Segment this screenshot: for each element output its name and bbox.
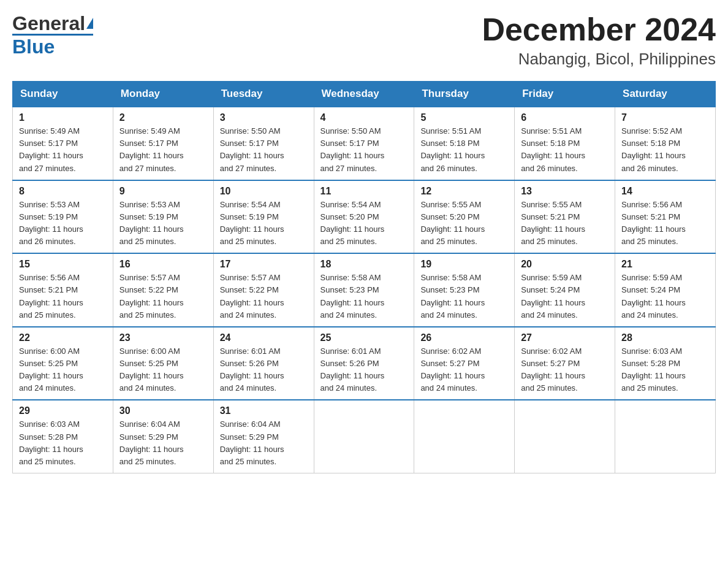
calendar-cell: 30 Sunrise: 6:04 AMSunset: 5:29 PMDaylig… (113, 400, 213, 473)
day-number: 17 (220, 259, 308, 270)
week-row-5: 29 Sunrise: 6:03 AMSunset: 5:28 PMDaylig… (13, 400, 716, 473)
sun-info: Sunrise: 6:01 AMSunset: 5:26 PMDaylight:… (220, 345, 308, 395)
header-wednesday: Wednesday (314, 82, 414, 107)
calendar-header: Sunday Monday Tuesday Wednesday Thursday… (13, 82, 716, 107)
calendar-cell (414, 400, 515, 473)
calendar-cell: 12 Sunrise: 5:55 AMSunset: 5:20 PMDaylig… (414, 180, 515, 254)
calendar-cell: 20 Sunrise: 5:59 AMSunset: 5:24 PMDaylig… (515, 253, 615, 327)
calendar-cell: 25 Sunrise: 6:01 AMSunset: 5:26 PMDaylig… (314, 327, 414, 400)
calendar-cell: 18 Sunrise: 5:58 AMSunset: 5:23 PMDaylig… (314, 253, 414, 327)
day-number: 21 (621, 259, 709, 270)
day-number: 22 (19, 332, 107, 343)
calendar-cell: 15 Sunrise: 5:56 AMSunset: 5:21 PMDaylig… (13, 253, 113, 327)
calendar-cell: 2 Sunrise: 5:49 AMSunset: 5:17 PMDayligh… (113, 107, 213, 180)
calendar-cell: 17 Sunrise: 5:57 AMSunset: 5:22 PMDaylig… (213, 253, 314, 327)
sun-info: Sunrise: 5:57 AMSunset: 5:22 PMDaylight:… (220, 272, 308, 321)
sun-info: Sunrise: 5:53 AMSunset: 5:19 PMDaylight:… (119, 199, 207, 248)
calendar-cell: 16 Sunrise: 5:57 AMSunset: 5:22 PMDaylig… (113, 253, 213, 327)
sun-info: Sunrise: 5:54 AMSunset: 5:20 PMDaylight:… (320, 199, 408, 248)
sun-info: Sunrise: 5:56 AMSunset: 5:21 PMDaylight:… (621, 199, 709, 248)
calendar-cell: 11 Sunrise: 5:54 AMSunset: 5:20 PMDaylig… (314, 180, 414, 254)
calendar-body: 1 Sunrise: 5:49 AMSunset: 5:17 PMDayligh… (13, 107, 716, 473)
sun-info: Sunrise: 5:59 AMSunset: 5:24 PMDaylight:… (621, 272, 709, 321)
day-number: 24 (220, 332, 308, 343)
calendar-cell: 5 Sunrise: 5:51 AMSunset: 5:18 PMDayligh… (414, 107, 515, 180)
header-friday: Friday (515, 82, 615, 107)
day-number: 15 (19, 259, 107, 270)
day-number: 3 (220, 112, 308, 123)
sun-info: Sunrise: 6:00 AMSunset: 5:25 PMDaylight:… (119, 345, 207, 395)
sun-info: Sunrise: 5:51 AMSunset: 5:18 PMDaylight:… (521, 125, 609, 175)
sun-info: Sunrise: 6:00 AMSunset: 5:25 PMDaylight:… (19, 345, 107, 395)
header-sunday: Sunday (13, 82, 113, 107)
calendar-cell: 10 Sunrise: 5:54 AMSunset: 5:19 PMDaylig… (213, 180, 314, 254)
calendar-cell: 21 Sunrise: 5:59 AMSunset: 5:24 PMDaylig… (615, 253, 716, 327)
logo-triangle-icon (86, 18, 93, 29)
header-tuesday: Tuesday (213, 82, 314, 107)
page-header: General Blue December 2024 Nabangig, Bic… (12, 12, 716, 69)
day-number: 27 (521, 332, 609, 343)
logo-blue-text: Blue (12, 36, 55, 58)
day-number: 30 (119, 405, 207, 416)
calendar-cell: 19 Sunrise: 5:58 AMSunset: 5:23 PMDaylig… (414, 253, 515, 327)
day-number: 26 (420, 332, 508, 343)
calendar-cell (314, 400, 414, 473)
day-number: 23 (119, 332, 207, 343)
calendar-cell: 4 Sunrise: 5:50 AMSunset: 5:17 PMDayligh… (314, 107, 414, 180)
day-number: 28 (621, 332, 709, 343)
calendar-cell: 1 Sunrise: 5:49 AMSunset: 5:17 PMDayligh… (13, 107, 113, 180)
week-row-3: 15 Sunrise: 5:56 AMSunset: 5:21 PMDaylig… (13, 253, 716, 327)
day-number: 7 (621, 112, 709, 123)
calendar-cell (615, 400, 716, 473)
day-number: 10 (220, 186, 308, 197)
sun-info: Sunrise: 5:50 AMSunset: 5:17 PMDaylight:… (220, 125, 308, 175)
sun-info: Sunrise: 5:58 AMSunset: 5:23 PMDaylight:… (320, 272, 408, 321)
calendar-cell (515, 400, 615, 473)
sun-info: Sunrise: 6:01 AMSunset: 5:26 PMDaylight:… (320, 345, 408, 395)
calendar-cell: 6 Sunrise: 5:51 AMSunset: 5:18 PMDayligh… (515, 107, 615, 180)
day-number: 12 (420, 186, 508, 197)
sun-info: Sunrise: 5:49 AMSunset: 5:17 PMDaylight:… (19, 125, 107, 175)
calendar-cell: 23 Sunrise: 6:00 AMSunset: 5:25 PMDaylig… (113, 327, 213, 400)
logo-general-text: General (12, 12, 85, 35)
header-thursday: Thursday (414, 82, 515, 107)
calendar-cell: 3 Sunrise: 5:50 AMSunset: 5:17 PMDayligh… (213, 107, 314, 180)
sun-info: Sunrise: 6:02 AMSunset: 5:27 PMDaylight:… (521, 345, 609, 395)
sun-info: Sunrise: 5:54 AMSunset: 5:19 PMDaylight:… (220, 199, 308, 248)
day-number: 5 (420, 112, 508, 123)
calendar-cell: 22 Sunrise: 6:00 AMSunset: 5:25 PMDaylig… (13, 327, 113, 400)
sun-info: Sunrise: 5:58 AMSunset: 5:23 PMDaylight:… (420, 272, 508, 321)
header-saturday: Saturday (615, 82, 716, 107)
calendar-cell: 28 Sunrise: 6:03 AMSunset: 5:28 PMDaylig… (615, 327, 716, 400)
calendar-cell: 31 Sunrise: 6:04 AMSunset: 5:29 PMDaylig… (213, 400, 314, 473)
calendar-cell: 9 Sunrise: 5:53 AMSunset: 5:19 PMDayligh… (113, 180, 213, 254)
calendar-cell: 13 Sunrise: 5:55 AMSunset: 5:21 PMDaylig… (515, 180, 615, 254)
day-number: 19 (420, 259, 508, 270)
calendar-cell: 29 Sunrise: 6:03 AMSunset: 5:28 PMDaylig… (13, 400, 113, 473)
day-number: 8 (19, 186, 107, 197)
sun-info: Sunrise: 5:49 AMSunset: 5:17 PMDaylight:… (119, 125, 207, 175)
sun-info: Sunrise: 5:55 AMSunset: 5:20 PMDaylight:… (420, 199, 508, 248)
day-number: 13 (521, 186, 609, 197)
week-row-1: 1 Sunrise: 5:49 AMSunset: 5:17 PMDayligh… (13, 107, 716, 180)
sun-info: Sunrise: 5:56 AMSunset: 5:21 PMDaylight:… (19, 272, 107, 321)
day-number: 20 (521, 259, 609, 270)
calendar-cell: 14 Sunrise: 5:56 AMSunset: 5:21 PMDaylig… (615, 180, 716, 254)
day-number: 31 (220, 405, 308, 416)
sun-info: Sunrise: 6:02 AMSunset: 5:27 PMDaylight:… (420, 345, 508, 395)
week-row-2: 8 Sunrise: 5:53 AMSunset: 5:19 PMDayligh… (13, 180, 716, 254)
sun-info: Sunrise: 5:59 AMSunset: 5:24 PMDaylight:… (521, 272, 609, 321)
day-number: 9 (119, 186, 207, 197)
sun-info: Sunrise: 5:57 AMSunset: 5:22 PMDaylight:… (119, 272, 207, 321)
calendar-cell: 26 Sunrise: 6:02 AMSunset: 5:27 PMDaylig… (414, 327, 515, 400)
sun-info: Sunrise: 5:55 AMSunset: 5:21 PMDaylight:… (521, 199, 609, 248)
sun-info: Sunrise: 6:03 AMSunset: 5:28 PMDaylight:… (621, 345, 709, 395)
sun-info: Sunrise: 6:03 AMSunset: 5:28 PMDaylight:… (19, 418, 107, 468)
week-row-4: 22 Sunrise: 6:00 AMSunset: 5:25 PMDaylig… (13, 327, 716, 400)
logo: General Blue (12, 12, 93, 58)
calendar-cell: 24 Sunrise: 6:01 AMSunset: 5:26 PMDaylig… (213, 327, 314, 400)
sun-info: Sunrise: 6:04 AMSunset: 5:29 PMDaylight:… (119, 418, 207, 468)
day-number: 16 (119, 259, 207, 270)
calendar-cell: 7 Sunrise: 5:52 AMSunset: 5:18 PMDayligh… (615, 107, 716, 180)
day-number: 11 (320, 186, 408, 197)
